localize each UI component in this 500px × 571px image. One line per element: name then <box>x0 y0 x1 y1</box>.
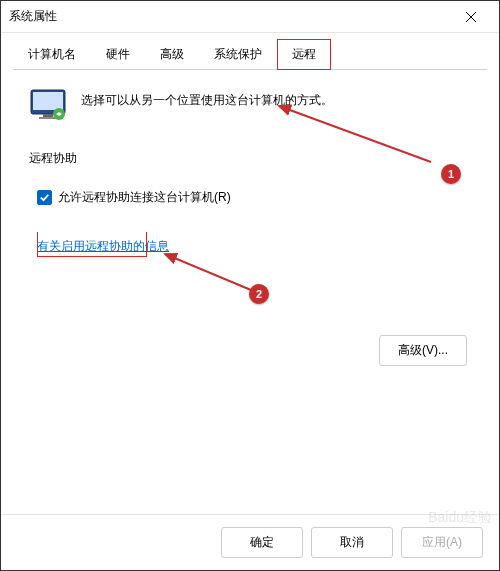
annotation-arrow-2 <box>159 248 259 296</box>
tab-remote[interactable]: 远程 <box>277 39 331 70</box>
system-properties-window: 系统属性 计算机名 硬件 高级 系统保护 远程 选择可以从另一个位置使用这台计 <box>0 0 500 571</box>
cancel-button[interactable]: 取消 <box>311 527 393 558</box>
tab-underline <box>13 69 487 70</box>
monitor-icon <box>29 88 69 122</box>
tab-advanced[interactable]: 高级 <box>145 39 199 70</box>
advanced-button-row: 高级(V)... <box>29 335 471 366</box>
intro-text: 选择可以从另一个位置使用这台计算机的方式。 <box>81 88 333 109</box>
tab-computer-name[interactable]: 计算机名 <box>13 39 91 70</box>
tab-system-protection[interactable]: 系统保护 <box>199 39 277 70</box>
tab-content: 选择可以从另一个位置使用这台计算机的方式。 远程协助 允许远程协助连接这台计算机… <box>1 70 499 514</box>
svg-rect-4 <box>43 114 53 117</box>
svg-rect-3 <box>33 92 63 110</box>
checkmark-icon <box>39 192 50 203</box>
tab-hardware[interactable]: 硬件 <box>91 39 145 70</box>
close-icon <box>465 11 477 23</box>
apply-button[interactable]: 应用(A) <box>401 527 483 558</box>
remote-assist-group-label: 远程协助 <box>29 150 471 167</box>
annotation-highlight-box-bottom <box>37 256 147 257</box>
annotation-highlight-box-sides <box>37 232 147 256</box>
tab-bar: 计算机名 硬件 高级 系统保护 远程 <box>1 33 499 70</box>
dialog-footer: 确定 取消 应用(A) <box>1 514 499 570</box>
allow-remote-assist-checkbox[interactable] <box>37 190 52 205</box>
annotation-badge-2: 2 <box>249 284 269 304</box>
window-title: 系统属性 <box>9 8 451 25</box>
intro-row: 选择可以从另一个位置使用这台计算机的方式。 <box>29 88 471 122</box>
ok-button[interactable]: 确定 <box>221 527 303 558</box>
annotation-badge-1: 1 <box>441 164 461 184</box>
allow-remote-assist-label: 允许远程协助连接这台计算机(R) <box>58 189 231 206</box>
titlebar: 系统属性 <box>1 1 499 33</box>
allow-remote-assist-row: 允许远程协助连接这台计算机(R) <box>37 189 471 206</box>
svg-line-8 <box>165 254 251 290</box>
advanced-button[interactable]: 高级(V)... <box>379 335 467 366</box>
close-button[interactable] <box>451 1 491 33</box>
